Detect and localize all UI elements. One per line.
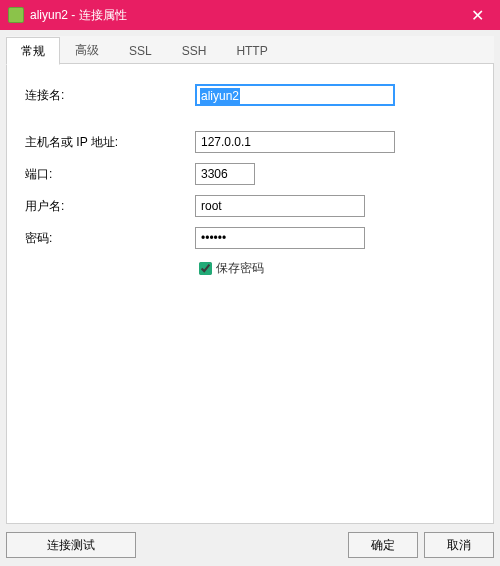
tab-panel-general: 连接名: aliyun2 主机名或 IP 地址: 端口: 用户名: 密码: 保存 [6, 64, 494, 524]
port-input[interactable] [195, 163, 255, 185]
username-label: 用户名: [25, 198, 195, 215]
save-password-row: 保存密码 [195, 259, 475, 278]
tab-ssl[interactable]: SSL [114, 36, 167, 64]
host-label: 主机名或 IP 地址: [25, 134, 195, 151]
connection-name-value: aliyun2 [200, 88, 240, 104]
titlebar: aliyun2 - 连接属性 ✕ [0, 0, 500, 30]
tab-http[interactable]: HTTP [221, 36, 282, 64]
password-input[interactable] [195, 227, 365, 249]
app-icon [8, 7, 24, 23]
ok-button[interactable]: 确定 [348, 532, 418, 558]
window-title: aliyun2 - 连接属性 [30, 7, 455, 24]
port-label: 端口: [25, 166, 195, 183]
save-password-checkbox[interactable] [199, 262, 212, 275]
tab-ssh[interactable]: SSH [167, 36, 222, 64]
dialog-footer: 连接测试 确定 取消 [0, 524, 500, 566]
tabstrip: 常规 高级 SSL SSH HTTP [6, 36, 494, 64]
host-input[interactable] [195, 131, 395, 153]
connection-name-input[interactable]: aliyun2 [195, 84, 395, 106]
tab-advanced[interactable]: 高级 [60, 36, 114, 64]
username-input[interactable] [195, 195, 365, 217]
connection-name-label: 连接名: [25, 87, 195, 104]
password-label: 密码: [25, 230, 195, 247]
save-password-label: 保存密码 [216, 260, 264, 277]
tab-general[interactable]: 常规 [6, 37, 60, 65]
cancel-button[interactable]: 取消 [424, 532, 494, 558]
test-connection-button[interactable]: 连接测试 [6, 532, 136, 558]
close-button[interactable]: ✕ [455, 0, 500, 30]
footer-spacer [136, 532, 342, 558]
close-icon: ✕ [471, 6, 484, 25]
